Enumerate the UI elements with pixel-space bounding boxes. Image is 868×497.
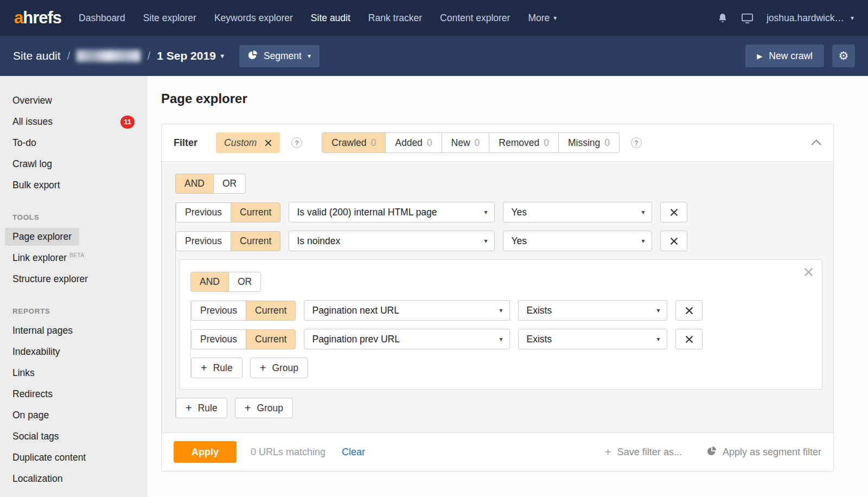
nav-site-audit[interactable]: Site audit [311, 12, 350, 24]
remove-rule-button[interactable] [660, 202, 687, 222]
field-dropdown[interactable]: Is noindex▾ [289, 231, 495, 251]
user-menu[interactable]: joshua.hardwick…▾ [767, 12, 854, 24]
current-button[interactable]: Current [231, 231, 280, 251]
nav-site-explorer[interactable]: Site explorer [143, 12, 196, 24]
help-icon[interactable]: ? [631, 137, 642, 148]
beta-tag: BETA [69, 252, 84, 258]
rules-branch: Previous Current Is valid (200) internal… [175, 202, 822, 418]
remove-rule-button[interactable] [675, 329, 703, 349]
tab-added[interactable]: Added0 [385, 132, 442, 153]
user-name: joshua.hardwick… [767, 12, 844, 24]
project-header: Site audit / / 1 Sep 2019▾ Segment ▾ ▶ N… [0, 36, 868, 76]
current-button[interactable]: Current [231, 202, 280, 222]
sidebar-item-crawl-log[interactable]: Crawl log [0, 154, 148, 175]
sidebar-item-duplicate-content[interactable]: Duplicate content [0, 447, 148, 468]
gear-icon: ⚙ [839, 49, 849, 62]
value-dropdown[interactable]: Exists▾ [518, 329, 667, 349]
sidebar-item-on-page[interactable]: On page [0, 405, 148, 426]
tab-label: Missing [568, 137, 600, 149]
sidebar-item-all-issues[interactable]: All issues 11 [0, 111, 148, 132]
sidebar-item-todo[interactable]: To-do [0, 132, 148, 154]
sidebar-item-indexability[interactable]: Indexability [0, 341, 148, 362]
dropdown-value: Exists [526, 305, 552, 316]
new-crawl-button[interactable]: ▶ New crawl [745, 44, 824, 67]
tab-label: Removed [499, 137, 539, 149]
nav-rank-tracker[interactable]: Rank tracker [368, 12, 422, 24]
remove-group-icon[interactable] [804, 267, 813, 279]
sidebar-item-structure-explorer[interactable]: Structure explorer [0, 269, 148, 290]
previous-button[interactable]: Previous [176, 202, 231, 222]
value-dropdown[interactable]: Yes▾ [503, 231, 652, 251]
segment-button[interactable]: Segment ▾ [239, 45, 320, 67]
sidebar-item-localization[interactable]: Localization [0, 468, 148, 489]
tab-missing[interactable]: Missing0 [558, 132, 620, 153]
logo-rest: hrefs [23, 8, 61, 27]
filter-rule-2: Previous Current Is noindex▾ Yes▾ [176, 231, 822, 251]
add-rule-button[interactable]: +Rule [191, 358, 242, 378]
screen-monitor-icon[interactable] [741, 12, 754, 24]
previous-button[interactable]: Previous [191, 329, 246, 349]
field-dropdown[interactable]: Pagination prev URL▾ [304, 329, 510, 349]
and-button[interactable]: AND [190, 272, 229, 292]
tab-removed[interactable]: Removed0 [489, 132, 559, 153]
nav-keywords-explorer[interactable]: Keywords explorer [214, 12, 293, 24]
sidebar-item-link-explorer[interactable]: Link explorerBETA [0, 247, 148, 269]
segment-label: Segment [264, 50, 302, 62]
value-dropdown[interactable]: Exists▾ [518, 300, 667, 321]
help-icon[interactable]: ? [291, 137, 302, 148]
breadcrumb-separator: / [67, 49, 71, 62]
sidebar-item-label: Overview [12, 95, 52, 106]
clear-link[interactable]: Clear [342, 447, 365, 458]
tab-count: 0 [604, 137, 610, 149]
field-dropdown[interactable]: Pagination next URL▾ [304, 300, 510, 321]
sidebar-item-internal-pages[interactable]: Internal pages [0, 320, 148, 341]
sidebar-item-overview[interactable]: Overview [0, 90, 148, 111]
footer-actions: + Save filter as... Apply as segment fil… [605, 445, 821, 458]
remove-custom-filter-icon[interactable] [265, 139, 272, 146]
sidebar-item-bulk-export[interactable]: Bulk export [0, 175, 148, 196]
sidebar-item-links[interactable]: Links [0, 362, 148, 384]
and-button[interactable]: AND [175, 174, 214, 194]
top-navbar: ahrefs Dashboard Site explorer Keywords … [0, 0, 868, 36]
ahrefs-logo[interactable]: ahrefs [14, 8, 61, 28]
project-header-actions: ▶ New crawl ⚙ [745, 44, 855, 67]
nav-content-explorer[interactable]: Content explorer [440, 12, 510, 24]
remove-rule-button[interactable] [675, 300, 703, 321]
settings-gear-button[interactable]: ⚙ [832, 44, 855, 67]
site-name-blurred[interactable] [76, 50, 141, 62]
crawl-date-selector[interactable]: 1 Sep 2019▾ [157, 49, 224, 62]
tab-crawled[interactable]: Crawled0 [322, 132, 386, 153]
and-or-toggle: AND OR [175, 174, 822, 194]
collapse-chevron-icon[interactable] [811, 139, 821, 149]
tab-new[interactable]: New0 [442, 132, 490, 153]
apply-button[interactable]: Apply [174, 441, 237, 463]
filter-header: Filter Custom ? Crawled0 Added0 New0 Rem… [162, 124, 833, 161]
field-dropdown[interactable]: Is valid (200) internal HTML page▾ [289, 202, 495, 222]
current-button[interactable]: Current [246, 301, 296, 321]
remove-rule-button[interactable] [660, 231, 687, 251]
sidebar-item-redirects[interactable]: Redirects [0, 384, 148, 405]
add-group-button[interactable]: +Group [250, 358, 308, 378]
play-icon: ▶ [757, 52, 762, 60]
previous-button[interactable]: Previous [176, 231, 231, 251]
crawl-date: 1 Sep 2019 [157, 49, 216, 62]
or-button[interactable]: OR [228, 272, 261, 292]
save-filter-as-button[interactable]: + Save filter as... [605, 445, 682, 458]
breadcrumb-section[interactable]: Site audit [13, 49, 61, 62]
nav-dashboard[interactable]: Dashboard [79, 12, 125, 24]
nav-more[interactable]: More▾ [528, 12, 557, 24]
notifications-bell-icon[interactable] [717, 12, 728, 24]
current-button[interactable]: Current [246, 329, 296, 349]
sidebar-item-page-explorer[interactable]: Page explorer [0, 226, 148, 247]
or-button[interactable]: OR [213, 174, 246, 194]
tab-count: 0 [427, 137, 432, 149]
plus-icon: + [260, 362, 266, 374]
dropdown-value: Is noindex [297, 235, 340, 247]
chevron-down-icon: ▾ [484, 238, 487, 244]
value-dropdown[interactable]: Yes▾ [503, 202, 652, 222]
add-group-button[interactable]: +Group [235, 398, 293, 418]
previous-button[interactable]: Previous [191, 301, 246, 321]
sidebar-item-social-tags[interactable]: Social tags [0, 426, 148, 447]
apply-as-segment-button[interactable]: Apply as segment filter [707, 446, 821, 458]
add-rule-button[interactable]: +Rule [176, 398, 227, 418]
